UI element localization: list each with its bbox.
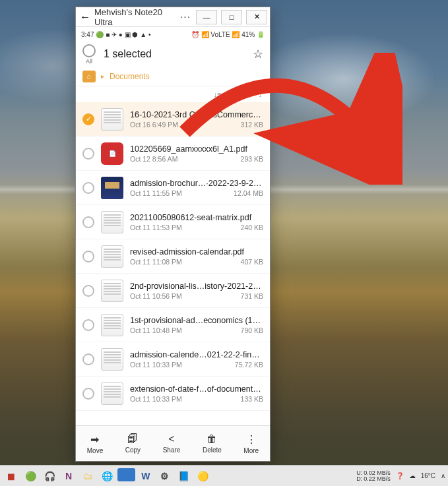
file-name: 1st-provisional-ad…economics (1).pdf (130, 316, 263, 325)
share-button[interactable]: < Share (163, 433, 181, 454)
whatsapp-icon[interactable]: 🟢 (22, 468, 39, 484)
file-checkbox[interactable] (82, 113, 94, 125)
copy-icon: 🗐 (127, 433, 138, 445)
file-checkbox[interactable] (82, 319, 94, 331)
statusbar-right-icons: ⏰ 📶 VoLTE 📶 41% 🔋 (191, 31, 265, 38)
selection-title: 1 selected (104, 48, 245, 60)
app-10[interactable]: 📘 (176, 468, 193, 484)
breadcrumb: ⌂ ▸ Documents (76, 67, 270, 86)
more-label: More (243, 447, 259, 454)
move-button[interactable]: ➡ Move (87, 433, 103, 454)
chrome-icon[interactable]: 🌐 (98, 468, 115, 484)
file-row[interactable]: extension-of-date-f…of-documents.pdfOct … (76, 377, 270, 411)
file-row[interactable]: 2nd-provisional-lis…istory-2021-22.pdfOc… (76, 274, 270, 308)
phone-mirror-window: ← Mehvish's Note20 Ultra ··· — □ ✕ 3:47 … (75, 7, 271, 462)
copy-label: Copy (125, 446, 141, 454)
windows-taskbar: ◼🟢🎧N🗂🌐99+W⚙📘🟡 U: D: 0.02 MB/s 0.22 MB/s … (0, 465, 448, 486)
statusbar-time: 3:47 (81, 31, 94, 38)
file-row[interactable]: admission-brochur…·2022-23-9-21.pdfOct 1… (76, 171, 270, 205)
select-all-label: All (86, 58, 92, 65)
file-thumbnail (101, 177, 123, 199)
move-icon: ➡ (90, 433, 99, 446)
tray-expand[interactable]: ∧ (441, 472, 445, 479)
sort-mode-icon[interactable]: ↓≡ (213, 90, 221, 98)
onenote-icon[interactable]: N (60, 468, 77, 484)
file-size: 12.04 MB (234, 189, 263, 197)
file-checkbox[interactable] (82, 285, 94, 297)
favorite-button[interactable]: ☆ (253, 47, 263, 61)
window-more-button[interactable]: ··· (179, 11, 192, 23)
file-thumbnail (101, 280, 123, 302)
app-1[interactable]: ◼ (3, 468, 20, 484)
help-tray-icon[interactable]: ❓ (396, 472, 404, 479)
file-row[interactable]: revised-admission-calendar.pdfOct 11 11:… (76, 239, 270, 274)
file-checkbox[interactable] (82, 216, 94, 228)
file-name: admission-brochur…·2022-23-9-21.pdf (130, 179, 263, 188)
statusbar-left-icons: 🟢 ■ ✈ ● ▣ ⬢ ▲ • (96, 31, 150, 38)
file-checkbox[interactable] (82, 388, 94, 400)
delete-label: Delete (203, 446, 222, 454)
select-all-checkbox[interactable] (82, 44, 96, 57)
file-size: 75.72 KB (235, 361, 263, 369)
settings-icon[interactable]: ⚙ (156, 468, 174, 484)
file-thumbnail (101, 348, 123, 371)
copy-button[interactable]: 🗐 Copy (125, 433, 141, 454)
file-list[interactable]: 16-10-2021-3rd Cu…rtsCommerce.pdfOct 16 … (76, 102, 270, 425)
sort-order-icon[interactable]: ↓ (259, 90, 263, 98)
file-checkbox[interactable] (82, 353, 94, 365)
delete-button[interactable]: 🗑 Delete (203, 433, 222, 454)
mail-icon[interactable]: 99+ (117, 468, 135, 481)
file-size: 407 KB (241, 258, 263, 266)
file-size: 293 KB (241, 155, 263, 163)
more-icon: ⋮ (246, 433, 257, 446)
file-checkbox[interactable] (82, 251, 94, 262)
file-row[interactable]: admission-calende…021-22-2-final.pdfOct … (76, 342, 270, 377)
file-date: Oct 11 11:08 PM (130, 258, 182, 266)
file-name: admission-calende…021-22-2-final.pdf (130, 350, 263, 359)
phone-screen: 3:47 🟢 ■ ✈ ● ▣ ⬢ ▲ • ⏰ 📶 VoLTE 📶 41% 🔋 A… (76, 27, 270, 461)
delete-icon: 🗑 (207, 433, 217, 445)
app-3[interactable]: 🎧 (41, 468, 58, 484)
more-button[interactable]: ⋮ More (243, 433, 259, 454)
share-label: Share (163, 446, 181, 454)
file-date: Oct 11 11:55 PM (130, 189, 182, 197)
share-icon: < (168, 433, 174, 445)
file-row[interactable]: 📄102205669_aamxxxxx6l_A1.pdfOct 12 8:56 … (76, 137, 270, 171)
file-checkbox[interactable] (82, 148, 94, 160)
sort-label[interactable]: Date (228, 90, 243, 98)
file-name: 16-10-2021-3rd Cu…rtsCommerce.pdf (130, 110, 263, 119)
file-size: 731 KB (241, 292, 263, 300)
word-icon[interactable]: W (137, 468, 154, 484)
file-name: revised-admission-calendar.pdf (130, 247, 263, 257)
file-size: 240 KB (241, 224, 263, 231)
breadcrumb-current[interactable]: Documents (110, 72, 150, 81)
minimize-button[interactable]: — (196, 10, 217, 24)
file-row[interactable]: 16-10-2021-3rd Cu…rtsCommerce.pdfOct 16 … (76, 102, 270, 137)
back-button[interactable]: ← (79, 11, 92, 23)
file-row[interactable]: 20211005080612-seat-matrix.pdfOct 11 11:… (76, 205, 270, 239)
file-date: Oct 11 10:56 PM (130, 292, 182, 300)
file-name: 20211005080612-seat-matrix.pdf (130, 213, 263, 222)
phone-statusbar: 3:47 🟢 ■ ✈ ● ▣ ⬢ ▲ • ⏰ 📶 VoLTE 📶 41% 🔋 (76, 27, 270, 42)
weather-tray-icon[interactable]: ☁ (409, 472, 416, 479)
breadcrumb-home[interactable]: ⌂ (82, 71, 96, 82)
file-size: 133 KB (241, 395, 263, 403)
file-date: Oct 16 6:49 PM (130, 121, 178, 129)
breadcrumb-separator: ▸ (101, 73, 104, 80)
file-row[interactable]: 1st-provisional-ad…economics (1).pdfOct … (76, 308, 270, 342)
file-name: 102205669_aamxxxxx6l_A1.pdf (130, 144, 263, 154)
file-size: 312 KB (241, 121, 263, 129)
maximize-button[interactable]: □ (221, 10, 242, 24)
file-name: 2nd-provisional-lis…istory-2021-22.pdf (130, 282, 263, 291)
close-button[interactable]: ✕ (246, 10, 267, 24)
file-thumbnail (101, 108, 123, 131)
temperature[interactable]: 16°C (421, 472, 435, 479)
file-thumbnail (101, 382, 123, 405)
file-thumbnail (101, 245, 123, 268)
file-date: Oct 11 10:33 PM (130, 361, 182, 369)
system-tray: U: D: 0.02 MB/s 0.22 MB/s ❓ ☁ 16°C ∧ (356, 470, 445, 482)
explorer-icon[interactable]: 🗂 (79, 468, 96, 484)
move-label: Move (87, 447, 103, 454)
file-checkbox[interactable] (82, 182, 94, 194)
app-11[interactable]: 🟡 (195, 468, 212, 484)
